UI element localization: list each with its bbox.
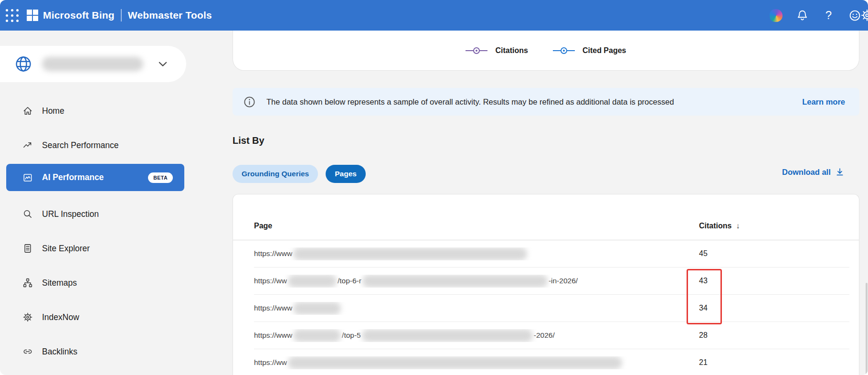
tab-grounding-queries[interactable]: Grounding Queries [233,165,318,183]
redacted-url-segment [362,275,548,288]
nav-item-label: Search Performance [42,140,119,150]
product-title[interactable]: Webmaster Tools [128,10,212,21]
table-row[interactable]: https://www34 [254,295,849,322]
legend-item-citations[interactable]: Citations [466,46,528,55]
document-icon [22,243,33,254]
nav-item-content: IndexNow [0,300,184,334]
table-row[interactable]: https://www45 [254,240,849,268]
list-by-heading: List By [233,135,265,146]
chevron-down-icon[interactable] [157,58,169,70]
redacted-url-segment [293,247,527,260]
column-header-page: Page [254,222,699,230]
nav-item-content: Sitemaps [0,266,184,300]
redacted-url-segment [288,356,622,369]
sidebar-item-indexnow[interactable]: IndexNow [0,300,191,334]
ai-chart-icon [22,172,33,183]
citations-header-label: Citations [699,222,731,230]
legend-label: Citations [495,46,528,55]
legend-line-marker-icon [553,47,575,54]
scrollbar-thumb[interactable] [866,283,868,375]
tab-pages[interactable]: Pages [326,165,366,183]
sidebar-item-site-explorer[interactable]: Site Explorer [0,231,191,266]
page-url-cell[interactable]: https://www [254,302,699,315]
page-url-cell[interactable]: https://ww [254,356,699,369]
list-by-tabs: Grounding QueriesPages [233,165,366,183]
table-row[interactable]: https://www/top-5-2026/28 [254,322,849,349]
settings-gear-icon[interactable] [860,9,868,24]
citations-value: 45 [699,249,708,258]
legend-label: Cited Pages [582,46,626,55]
table-header-row: Page Citations ↓ [233,194,859,240]
help-icon[interactable]: ? [815,0,842,31]
topbar-actions: ? [763,0,868,31]
url-fragment: -in-2026/ [549,277,578,285]
globe-icon [14,55,32,73]
page-url-cell[interactable]: https://ww/top-6-r-in-2026/ [254,275,699,288]
citations-value: 21 [699,358,708,367]
page-url-cell[interactable]: https://www/top-5-2026/ [254,329,699,342]
pages-table-card: Page Citations ↓ https://www45https://ww… [233,194,859,375]
link-icon [22,346,33,357]
sidebar-item-home[interactable]: Home [0,94,191,128]
nav-item-label: Home [42,106,64,116]
sort-descending-icon[interactable]: ↓ [736,222,740,230]
beta-badge: BETA [148,172,173,183]
banner-message: The data shown below represents a sample… [266,97,674,107]
url-fragment: /top-6-r [338,277,361,285]
trend-icon [22,140,33,150]
nav-item-label: AI Performance [42,172,104,182]
citations-value: 43 [699,277,708,285]
site-selector[interactable] [0,46,186,82]
nav-item-content: AI PerformanceBETA [0,164,184,191]
page-url-cell[interactable]: https://www [254,247,699,260]
url-fragment: https://ww [254,277,287,285]
legend-item-cited-pages[interactable]: Cited Pages [553,46,626,55]
citations-value: 28 [699,331,708,340]
url-fragment: -2026/ [534,331,555,340]
table-row[interactable]: https://ww/top-6-r-in-2026/43 [254,268,849,295]
redacted-url-segment [288,275,337,288]
gear-icon [22,312,33,322]
site-name-redacted [42,57,143,71]
sidebar-item-ai-performance[interactable]: AI PerformanceBETA [0,162,191,197]
download-icon [835,167,845,177]
nav-item-content: Backlinks [0,334,184,369]
download-all-label: Download all [782,168,831,177]
nav-item-label: Backlinks [42,347,77,357]
nav-item-content: Home [0,94,184,128]
nav-item-label: URL Inspection [42,209,99,219]
nav-item-content: Search Performance [0,128,184,162]
learn-more-link[interactable]: Learn more [802,97,845,107]
brand-title[interactable]: Microsoft Bing [43,10,115,21]
url-fragment: https://ww [254,358,287,367]
redacted-url-segment [293,302,341,315]
sidebar-item-backlinks[interactable]: Backlinks [0,334,191,369]
microsoft-logo-icon [27,10,38,21]
topbar-divider [121,9,122,21]
nav-item-label: Sitemaps [42,278,77,288]
column-header-citations[interactable]: Citations ↓ [699,222,740,230]
top-app-bar: Microsoft Bing Webmaster Tools ? [0,0,868,31]
sidebar: HomeSearch PerformanceAI PerformanceBETA… [0,31,191,375]
app-launcher-icon[interactable] [4,7,20,23]
citations-value: 34 [699,304,708,312]
redacted-url-segment [293,329,341,342]
sidebar-item-url-inspection[interactable]: URL Inspection [0,197,191,231]
legend-line-marker-icon [466,47,487,54]
sitemap-icon [22,278,33,288]
nav-item-content: URL Inspection [0,197,184,231]
table-row[interactable]: https://ww21 [254,349,849,375]
notifications-icon[interactable] [789,0,815,31]
info-banner: The data shown below represents a sample… [233,88,859,116]
info-icon [243,96,256,108]
url-fragment: https://www [254,249,292,258]
sidebar-item-search-performance[interactable]: Search Performance [0,128,191,162]
download-all-button[interactable]: Download all [782,167,845,177]
nav-item-label: IndexNow [42,312,79,322]
nav-item-content: Site Explorer [0,231,184,266]
copilot-icon[interactable] [763,0,789,31]
home-icon [22,106,33,116]
magnifier-icon [22,209,33,219]
sidebar-item-sitemaps[interactable]: Sitemaps [0,266,191,300]
table-body: https://www45https://ww/top-6-r-in-2026/… [233,240,859,375]
